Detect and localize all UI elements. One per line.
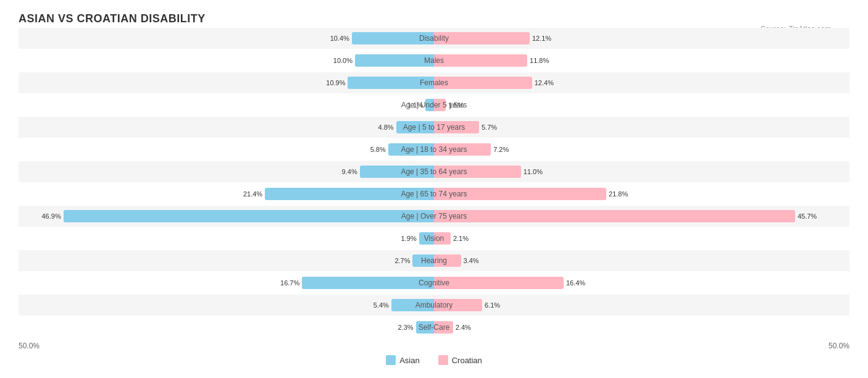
right-section: 11.0% [434,161,849,182]
asian-value: 5.4% [373,301,389,309]
right-section: 3.4% [434,250,849,271]
bar-croatian [434,277,564,289]
bar-croatian [434,121,479,133]
bar-croatian [434,166,521,178]
left-section: 4.8% [19,117,434,138]
bar-croatian [434,210,795,222]
bar-croatian [434,54,527,67]
asian-label: Asian [399,356,420,365]
left-section: 1.9% [19,228,434,249]
asian-value: 10.9% [326,79,345,86]
table-row: 9.4% Age | 35 to 64 years 11.0% [19,161,849,182]
bar-croatian [434,188,606,200]
left-section: 10.0% [19,50,434,71]
asian-value: 16.7% [280,279,299,287]
asian-value: 10.4% [330,35,349,42]
table-row: 46.9% Age | Over 75 years 45.7% [19,206,849,227]
croatian-color-box [438,355,448,365]
left-section: 5.4% [19,295,434,316]
croatian-value: 11.8% [530,57,549,64]
table-row: 1.9% Vision 2.1% [19,228,849,249]
croatian-value: 21.8% [609,190,628,198]
croatian-value: 11.0% [524,168,543,175]
left-section: 5.8% [19,139,434,160]
asian-value: 10.0% [333,57,353,64]
left-section: 21.4% [19,183,434,204]
asian-value: 9.4% [342,168,357,175]
bar-croatian [434,254,461,267]
bar-asian [64,210,434,222]
bar-asian [391,299,434,311]
bar-croatian [434,143,491,156]
asian-value: 2.7% [394,257,410,264]
right-section: 7.2% [434,139,849,160]
chart-title: ASIAN VS CROATIAN DISABILITY [19,12,849,25]
croatian-value: 12.1% [532,35,551,42]
croatian-value: 3.4% [464,257,479,264]
croatian-value: 5.7% [482,124,497,131]
left-section: 1.1% [19,94,434,116]
bar-croatian [434,299,482,311]
right-section: 12.1% [434,28,849,49]
bar-croatian [434,321,453,334]
table-row: 10.4% Disability 12.1% [19,28,849,49]
right-section: 45.7% [434,206,849,227]
legend-croatian: Croatian [438,355,482,365]
table-row: 16.7% Cognitive 16.4% [19,272,849,293]
axis-row: 50.0% 50.0% [19,342,849,350]
asian-value: 2.3% [398,324,413,331]
table-row: 10.0% Males 11.8% [19,50,849,71]
right-section: 5.7% [434,117,849,138]
asian-value: 4.8% [378,124,393,131]
table-row: 2.7% Hearing 3.4% [19,250,849,271]
croatian-value: 12.4% [535,79,554,86]
table-row: 4.8% Age | 5 to 17 years 5.7% [19,117,849,138]
croatian-value: 2.4% [456,324,471,331]
croatian-label: Croatian [452,356,482,365]
right-section: 21.8% [434,183,849,204]
bar-croatian [434,232,451,245]
asian-value: 21.4% [243,190,262,198]
croatian-value: 6.1% [485,301,500,309]
bar-asian [396,121,434,133]
croatian-value: 16.4% [566,279,585,287]
table-row: 1.1% Age | Under 5 years 1.5% [19,94,849,116]
bar-asian [425,99,434,111]
axis-right: 50.0% [828,342,849,350]
bar-croatian [434,99,446,111]
asian-value: 46.9% [41,212,61,220]
bar-asian [388,143,434,156]
left-section: 10.4% [19,28,434,49]
chart-container: 10.4% Disability 12.1% 10.0% Males 11.8%… [19,28,849,365]
asian-value: 5.8% [370,146,386,153]
table-row: 5.4% Ambulatory 6.1% [19,295,849,316]
asian-value: 1.9% [401,235,417,242]
bar-asian [416,321,434,334]
bar-croatian [434,32,530,44]
legend-asian: Asian [386,355,420,365]
bar-asian [352,32,434,44]
right-section: 6.1% [434,295,849,316]
bar-asian [355,54,434,67]
table-row: 10.9% Females 12.4% [19,72,849,93]
asian-color-box [386,355,396,365]
croatian-value: 7.2% [493,146,509,153]
right-section: 2.4% [434,317,849,338]
asian-value: 1.1% [407,101,423,109]
bar-asian [419,232,434,245]
croatian-value: 45.7% [798,212,817,220]
right-section: 11.8% [434,50,849,71]
left-section: 2.7% [19,250,434,271]
left-section: 46.9% [19,206,434,227]
right-section: 1.5% [434,94,849,116]
bar-asian [412,254,434,267]
left-section: 10.9% [19,72,434,93]
bar-asian [360,166,434,178]
table-row: 21.4% Age | 65 to 74 years 21.8% [19,183,849,204]
bar-croatian [434,77,532,89]
axis-left: 50.0% [19,342,40,350]
right-section: 12.4% [434,72,849,93]
bar-asian [348,77,434,89]
bar-asian [265,188,434,200]
left-section: 2.3% [19,317,434,338]
